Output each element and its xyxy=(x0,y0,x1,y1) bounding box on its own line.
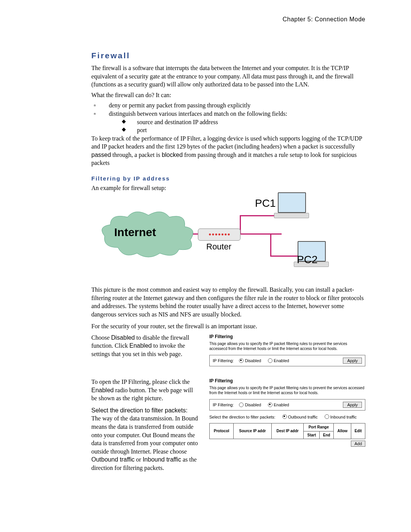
router-label: Router xyxy=(206,241,231,252)
th-allow: Allow xyxy=(334,423,351,439)
after-diagram-p2: For the security of your router, set the… xyxy=(91,322,365,331)
th-end: End xyxy=(320,431,334,439)
chapter-header: Chapter 5: Connection Mode xyxy=(91,15,365,24)
radio-outbound[interactable] xyxy=(282,414,287,419)
ip-filtering-panel-enabled: IP Filtering This page allows you to spe… xyxy=(209,378,365,447)
list-item: source and destination IP address xyxy=(137,118,218,126)
match-fields-list: ◆source and destination IP address ◆port xyxy=(91,118,365,134)
th-protocol: Protocol xyxy=(210,423,234,439)
square-bullet-icon: ▫ xyxy=(91,110,109,118)
block2-left-text: To open the IP Filtering, please click t… xyxy=(91,378,198,474)
list-item: deny or permit any packet from passing t… xyxy=(109,101,250,110)
pc1-icon xyxy=(278,192,309,218)
filter-table: Protocol Source IP addr Dest IP addr Por… xyxy=(209,423,365,439)
block-enabled: To open the IP Filtering, please click t… xyxy=(91,378,365,474)
pc2-label: PC2 xyxy=(297,252,317,267)
list-item: distinguish between various interfaces a… xyxy=(109,110,287,118)
apply-button[interactable]: Apply xyxy=(343,358,362,364)
direction-row: Select the direction to filter packets: … xyxy=(209,414,365,420)
radio-disabled[interactable] xyxy=(239,358,244,363)
direction-label: Select the direction to filter packets: xyxy=(209,414,276,420)
list-item: port xyxy=(137,126,147,134)
diamond-bullet-icon: ◆ xyxy=(91,118,137,126)
panel-description: This page allows you to specify the IP p… xyxy=(209,341,365,351)
filtering-row: IP Filtering: Disabled Enabled Apply xyxy=(209,355,365,366)
square-bullet-icon: ▫ xyxy=(91,101,109,110)
network-diagram: Internet ●●●●●●● Router PC1 PC2 xyxy=(91,196,365,278)
radio-inbound[interactable] xyxy=(325,414,329,419)
capability-list: ▫deny or permit any packet from passing … xyxy=(91,101,365,118)
intro-paragraph: The firewall is a software that interrup… xyxy=(91,64,365,89)
filtering-row: IP Filtering: Disabled Enabled Apply xyxy=(209,399,365,411)
block-disabled: Choose Disabled to disable the firewall … xyxy=(91,334,365,366)
radio-enabled[interactable] xyxy=(268,403,272,407)
th-portrange: Port Range xyxy=(304,423,334,431)
panel-description: This page allows you to specify the IP p… xyxy=(209,385,365,395)
page: Chapter 5: Connection Mode Firewall The … xyxy=(0,0,411,532)
diamond-bullet-icon: ◆ xyxy=(91,126,137,134)
apply-button[interactable]: Apply xyxy=(343,402,362,408)
section-title-firewall: Firewall xyxy=(91,50,365,61)
th-dst: Dest IP addr xyxy=(271,423,304,439)
filtering-label: IP Filtering: xyxy=(213,402,234,408)
internet-label: Internet xyxy=(114,225,156,240)
th-edit: Edit xyxy=(351,423,365,439)
direction-heading: Select the direction to filter packets: xyxy=(91,407,188,414)
th-start: Start xyxy=(304,431,320,439)
logging-paragraph: To keep track of the performance of IP F… xyxy=(91,134,365,167)
ip-filtering-panel-disabled: IP Filtering This page allows you to spe… xyxy=(209,334,365,366)
router-leds-icon: ●●●●●●● xyxy=(209,231,231,237)
filtering-label: IP Filtering: xyxy=(213,358,234,364)
block1-left-text: Choose Disabled to disable the firewall … xyxy=(91,334,198,358)
panel-title: IP Filtering xyxy=(209,334,365,340)
radio-enabled[interactable] xyxy=(268,358,272,363)
add-button[interactable]: Add xyxy=(351,441,365,447)
example-line: An example for firewall setup: xyxy=(91,184,365,192)
subheading-filtering: Filtering by IP address xyxy=(91,175,365,182)
question-line: What the firewall can do? It can: xyxy=(91,91,365,99)
panel-title: IP Filtering xyxy=(209,378,365,384)
radio-disabled[interactable] xyxy=(239,403,244,407)
pc1-label: PC1 xyxy=(255,196,276,211)
after-diagram-p1: This picture is the most common and easi… xyxy=(91,286,365,318)
th-src: Source IP addr xyxy=(234,423,272,439)
